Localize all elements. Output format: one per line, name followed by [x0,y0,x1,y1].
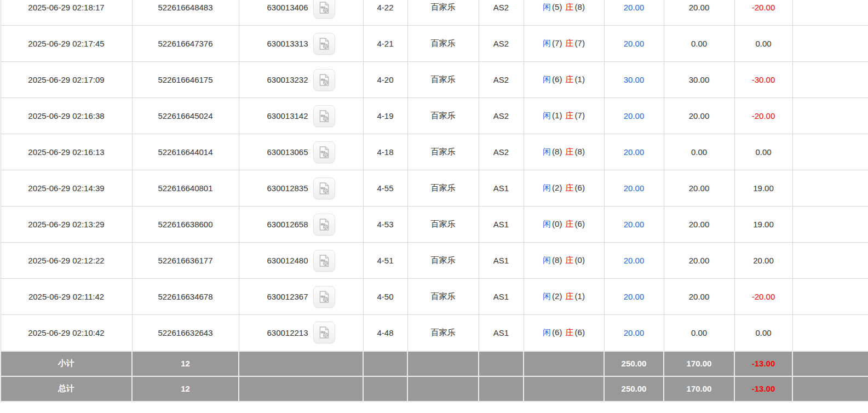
player-score: (0) [551,219,562,228]
cell-round: 4-51 [363,243,407,279]
cell-win-loss: 0.00 [734,315,792,351]
cell-bet-amount: 30.00 [604,62,664,98]
cell-order-id: 522616632643 [132,315,239,351]
banker-score: (6) [574,328,585,337]
player-score: (1) [551,111,562,120]
game-id-text: 630012367 [267,292,308,301]
video-replay-button[interactable] [313,141,335,163]
cell-bet-time: 2025-06-29 02:12:22 [1,243,132,279]
video-file-icon [317,37,331,51]
cell-game-id: 630012213 [239,315,363,351]
subtotal-row: 小计 12 250.00 170.00 -13.00 [1,351,868,376]
cell-table-name: AS2 [479,134,524,170]
cell-valid-amount: 30.00 [664,62,734,98]
cell-round: 4-50 [363,279,407,315]
player-score: (2) [551,291,562,301]
cell-round: 4-55 [363,170,407,206]
video-replay-button[interactable] [313,214,335,236]
video-replay-button[interactable] [313,177,335,199]
video-replay-button[interactable] [313,33,335,55]
cell-table-name: AS2 [479,26,524,62]
cell-extra [792,315,868,351]
video-replay-button[interactable] [313,250,335,272]
cell-order-id: 522616645024 [132,98,239,134]
cell-game-name: 百家乐 [407,134,479,170]
cell-game-name: 百家乐 [407,170,479,206]
cell-bet-time: 2025-06-29 02:17:45 [1,26,132,62]
cell-win-loss: -30.00 [734,62,792,98]
cell-round: 4-22 [363,0,407,26]
cell-valid-amount: 20.00 [664,170,734,206]
cell-bet-amount: 20.00 [604,279,664,315]
player-label: 闲 [542,255,551,265]
summary-empty [792,351,868,376]
cell-round: 4-21 [363,26,407,62]
cell-result: 闲(2) 庄(6) [524,170,604,206]
summary-valid-total: 170.00 [664,351,734,376]
banker-label: 庄 [565,183,574,192]
cell-valid-amount: 0.00 [664,134,734,170]
cell-game-name: 百家乐 [407,315,479,351]
cell-valid-amount: 20.00 [664,0,734,26]
player-score: (8) [551,255,562,265]
cell-order-id: 522616644014 [132,134,239,170]
banker-score: (7) [574,111,585,120]
cell-bet-time: 2025-06-29 02:13:29 [1,206,132,243]
summary-empty [363,376,407,401]
cell-game-name: 百家乐 [407,98,479,134]
cell-result: 闲(8) 庄(0) [524,243,604,279]
cell-game-name: 百家乐 [407,26,479,62]
table-row: 2025-06-29 02:18:17 522616648483 6300134… [1,0,868,26]
cell-round: 4-18 [363,134,407,170]
cell-bet-amount: 20.00 [604,243,664,279]
cell-table-name: AS2 [479,98,524,134]
summary-label: 小计 [1,351,132,376]
cell-order-id: 522616638600 [132,206,239,243]
banker-label: 庄 [565,219,574,228]
cell-win-loss: -20.00 [734,279,792,315]
video-replay-button[interactable] [313,105,335,127]
game-id-text: 630012213 [267,328,308,337]
cell-game-id: 630013065 [239,134,363,170]
cell-game-id: 630012835 [239,170,363,206]
player-score: (6) [551,328,562,337]
summary-empty [407,376,479,401]
cell-game-id: 630012658 [239,206,363,243]
summary-count: 12 [132,376,239,401]
cell-bet-amount: 20.00 [604,0,664,26]
banker-score: (1) [574,74,585,84]
banker-score: (8) [574,147,585,156]
cell-game-name: 百家乐 [407,62,479,98]
summary-bet-total: 250.00 [604,376,664,401]
summary-empty [239,376,363,401]
summary-empty [792,376,868,401]
table-row: 2025-06-29 02:13:29 522616638600 6300126… [1,206,868,243]
cell-bet-time: 2025-06-29 02:14:39 [1,170,132,206]
summary-count: 12 [132,351,239,376]
cell-bet-amount: 20.00 [604,134,664,170]
cell-table-name: AS2 [479,0,524,26]
cell-game-id: 630013406 [239,0,363,26]
player-score: (8) [551,147,562,156]
video-replay-button[interactable] [313,0,335,19]
cell-game-name: 百家乐 [407,279,479,315]
cell-order-id: 522616646175 [132,62,239,98]
table-row: 2025-06-29 02:16:38 522616645024 6300131… [1,98,868,134]
cell-extra [792,170,868,206]
video-replay-button[interactable] [313,69,335,91]
cell-game-id: 630012367 [239,279,363,315]
banker-label: 庄 [565,74,574,84]
summary-empty [479,351,524,376]
video-file-icon [317,145,331,159]
game-id-text: 630013142 [267,111,308,121]
video-file-icon [317,217,331,232]
banker-label: 庄 [565,38,574,48]
summary-empty [524,376,604,401]
cell-extra [792,134,868,170]
player-score: (2) [551,183,562,192]
video-replay-button[interactable] [313,286,335,308]
game-id-text: 630012658 [267,220,308,229]
cell-valid-amount: 0.00 [664,315,734,351]
video-replay-button[interactable] [313,322,335,343]
player-label: 闲 [542,183,551,192]
